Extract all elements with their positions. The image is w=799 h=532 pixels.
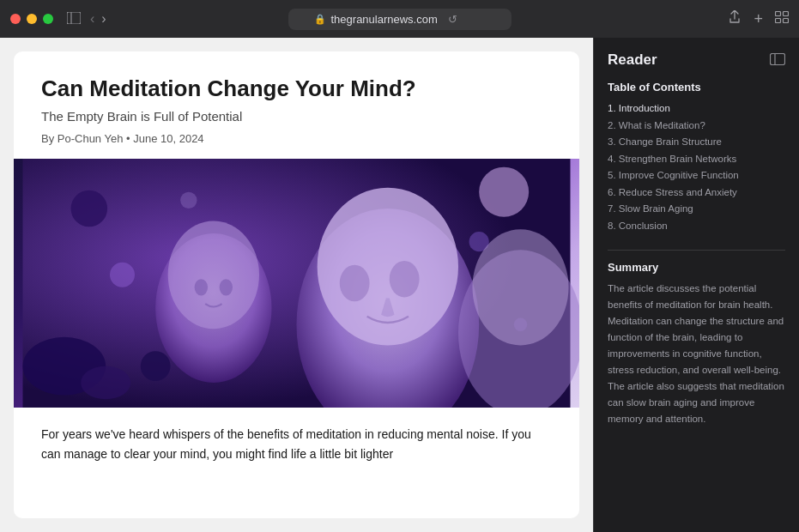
url-text: thegranularnews.com (331, 13, 438, 26)
lock-icon: 🔒 (314, 14, 326, 25)
toc-item[interactable]: 8. Conclusion (608, 218, 785, 235)
tab-overview-icon[interactable] (775, 11, 789, 27)
toc-item[interactable]: 7. Slow Brain Aging (608, 201, 785, 218)
svg-point-7 (71, 190, 108, 227)
toc-item[interactable]: 1. Introduction (608, 100, 785, 118)
svg-point-16 (195, 279, 208, 295)
article-byline: By Po-Chun Yeh • June 10, 2024 (41, 132, 552, 145)
traffic-lights (10, 14, 53, 24)
reader-panel: Reader Table of Contents 1. Introduction… (593, 38, 799, 532)
url-bar[interactable]: 🔒 thegranularnews.com ↺ (288, 9, 511, 30)
article-area: Can Meditation Change Your Mind? The Emp… (0, 38, 593, 532)
reader-toggle-icon[interactable] (770, 53, 785, 68)
article-title: Can Meditation Change Your Mind? (41, 76, 552, 102)
article-text-area: Can Meditation Change Your Mind? The Emp… (14, 51, 579, 159)
toc-list: 1. Introduction2. What is Meditation?3. … (608, 100, 785, 234)
svg-rect-0 (67, 12, 81, 24)
reader-panel-title: Reader (608, 51, 657, 69)
toc-item[interactable]: 2. What is Meditation? (608, 118, 785, 135)
new-tab-icon[interactable]: + (754, 10, 763, 28)
toc-heading: Table of Contents (608, 81, 785, 94)
article-subtitle: The Empty Brain is Full of Potential (41, 109, 552, 124)
article-body-text: For years we've heard whispers of the be… (41, 425, 552, 463)
titlebar: ‹ › 🔒 thegranularnews.com ↺ + (0, 0, 799, 38)
back-arrow[interactable]: ‹ (88, 11, 97, 27)
forward-arrow[interactable]: › (99, 11, 108, 27)
summary-text: The article discusses the potential bene… (608, 281, 785, 427)
svg-point-8 (110, 263, 135, 287)
svg-rect-2 (776, 12, 781, 16)
maximize-button[interactable] (43, 14, 53, 24)
toc-item[interactable]: 6. Reduce Stress and Anxiety (608, 184, 785, 202)
minimize-button[interactable] (27, 14, 37, 24)
svg-point-9 (479, 167, 529, 217)
article-card: Can Meditation Change Your Mind? The Emp… (14, 51, 579, 518)
reload-icon[interactable]: ↺ (448, 13, 457, 26)
svg-rect-26 (771, 53, 785, 64)
close-button[interactable] (10, 14, 21, 24)
browser-content: Can Meditation Change Your Mind? The Emp… (0, 38, 799, 532)
toc-item[interactable]: 5. Improve Cognitive Function (608, 167, 785, 184)
article-image (14, 159, 579, 408)
titlebar-center: 🔒 thegranularnews.com ↺ (288, 9, 511, 30)
svg-point-12 (180, 192, 197, 209)
article-body-preview: For years we've heard whispers of the be… (14, 408, 579, 481)
nav-arrows: ‹ › (88, 11, 109, 27)
reader-header: Reader (608, 51, 785, 69)
svg-point-20 (340, 265, 370, 302)
svg-point-21 (390, 261, 420, 298)
svg-rect-4 (776, 19, 781, 23)
divider (608, 250, 785, 251)
titlebar-right: + (728, 10, 789, 28)
svg-point-13 (141, 351, 171, 381)
toc-item[interactable]: 3. Change Brain Structure (608, 134, 785, 151)
toc-item[interactable]: 4. Strengthen Brain Networks (608, 151, 785, 168)
sidebar-toggle-icon[interactable] (67, 12, 81, 27)
share-icon[interactable] (728, 10, 741, 27)
svg-rect-5 (784, 19, 789, 23)
svg-point-15 (168, 221, 259, 329)
svg-point-25 (81, 366, 130, 400)
svg-point-23 (472, 229, 568, 345)
svg-point-17 (220, 279, 233, 295)
summary-heading: Summary (608, 261, 785, 274)
svg-rect-3 (784, 12, 789, 16)
